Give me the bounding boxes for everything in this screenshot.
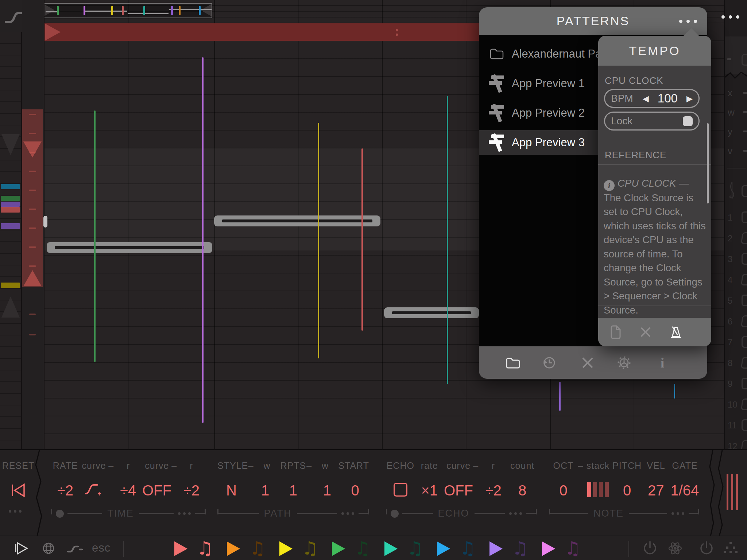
param-value[interactable]: ÷4 — [114, 482, 142, 499]
key-color-bar[interactable] — [1, 223, 20, 229]
param-value[interactable] — [584, 482, 612, 499]
param-section-path: STYLE–wRPTS–wSTARTN1110PATH — [217, 450, 369, 536]
track-play-button[interactable] — [279, 541, 293, 556]
rail-letter: x — [728, 88, 732, 99]
rail-box-icon[interactable] — [742, 295, 747, 306]
skip-back-icon[interactable] — [9, 482, 27, 500]
rail-box-icon[interactable] — [742, 378, 747, 389]
dots-cluster-icon[interactable] — [723, 541, 738, 556]
track-play-button[interactable] — [437, 541, 450, 556]
track-play-button[interactable] — [174, 541, 187, 556]
power-icon[interactable] — [642, 540, 658, 557]
close-icon[interactable] — [579, 354, 596, 371]
rail-box-icon[interactable] — [742, 419, 747, 431]
screen-menu-button[interactable] — [721, 15, 739, 19]
rail-box-icon[interactable] — [742, 211, 747, 223]
rail-zigzag — [725, 72, 747, 79]
track-play-button[interactable] — [227, 541, 240, 556]
atom-icon[interactable] — [667, 540, 684, 557]
group-more-button[interactable] — [505, 512, 526, 515]
bpm-value[interactable]: 100 — [649, 92, 686, 105]
reset-more-button[interactable] — [9, 510, 22, 513]
track-note-icon[interactable]: ♫ — [512, 537, 529, 560]
track-note-icon[interactable]: ♫ — [407, 537, 423, 560]
param-value[interactable]: 0 — [341, 482, 369, 499]
bpm-increment-button[interactable]: ▶ — [686, 94, 693, 103]
param-value[interactable] — [80, 481, 108, 499]
param-value[interactable]: 27 — [642, 482, 670, 499]
document-icon[interactable] — [608, 324, 624, 340]
group-more-button[interactable] — [174, 512, 195, 515]
timeline-playhead-bar[interactable] — [44, 23, 479, 41]
track-note-icon[interactable]: ♫ — [249, 537, 266, 560]
rail-box-icon[interactable] — [742, 253, 747, 265]
popover-scrollbar[interactable] — [707, 123, 709, 203]
param-value[interactable]: 0 — [549, 482, 578, 499]
param-value[interactable]: ×1 — [415, 482, 444, 499]
track-note-icon[interactable]: ♫ — [565, 537, 581, 560]
gear-icon[interactable] — [616, 354, 632, 371]
track-play-button[interactable] — [542, 541, 555, 556]
patterns-menu-button[interactable] — [679, 20, 697, 23]
close-icon[interactable] — [638, 324, 654, 340]
rail-box-icon[interactable] — [741, 232, 747, 244]
rail-box-icon[interactable] — [741, 357, 747, 369]
rail-box-icon[interactable] — [741, 315, 747, 327]
param-value[interactable]: ÷2 — [177, 482, 206, 499]
history-icon[interactable] — [541, 354, 558, 371]
group-more-button[interactable] — [667, 512, 689, 515]
grid-edge-handle[interactable] — [43, 216, 47, 228]
power-icon[interactable] — [698, 540, 715, 557]
bpm-stepper[interactable]: BPM ◀ 100 ▶ — [604, 89, 700, 108]
tempo-lock-toggle[interactable]: Lock — [604, 112, 700, 131]
rail-box-icon[interactable] — [741, 274, 747, 285]
key-color-bar[interactable] — [1, 283, 20, 288]
bpm-decrement-button[interactable]: ◀ — [643, 94, 649, 103]
info-icon[interactable]: i — [654, 354, 671, 371]
key-color-bar[interactable] — [1, 202, 20, 207]
lock-checkbox[interactable] — [683, 116, 693, 126]
param-value[interactable]: OFF — [444, 482, 473, 499]
track-note-icon[interactable]: ♫ — [302, 537, 318, 560]
ramp-icon[interactable] — [66, 542, 84, 555]
key-color-bar[interactable] — [1, 196, 20, 201]
track-note-icon[interactable]: ♫ — [355, 537, 371, 560]
drag-handle[interactable] — [727, 474, 738, 510]
param-value[interactable]: ÷2 — [51, 482, 80, 499]
group-knob[interactable] — [391, 510, 399, 518]
param-value[interactable]: 1 — [251, 482, 279, 499]
key-color-bar[interactable] — [1, 207, 20, 213]
globe-icon[interactable] — [40, 540, 57, 557]
track-note-icon[interactable]: ♫ — [460, 537, 476, 560]
echo-checkbox[interactable] — [394, 483, 407, 497]
vertical-playhead-band[interactable] — [22, 109, 43, 287]
param-value[interactable]: 8 — [508, 482, 537, 499]
param-value[interactable]: 1 — [313, 482, 341, 499]
param-value[interactable]: N — [217, 482, 245, 499]
track-play-button[interactable] — [332, 541, 345, 556]
note-key-rail[interactable] — [0, 32, 22, 449]
param-value[interactable]: 1 — [279, 482, 307, 499]
play-all-button[interactable] — [13, 540, 30, 557]
group-more-button[interactable] — [337, 512, 359, 515]
rail-box-icon[interactable] — [742, 336, 747, 348]
param-value[interactable]: OFF — [142, 482, 171, 499]
metronome-icon[interactable] — [668, 324, 684, 340]
group-knob[interactable] — [56, 510, 64, 518]
track-play-button[interactable] — [489, 541, 503, 556]
param-value[interactable] — [386, 483, 415, 498]
param-value[interactable]: 0 — [612, 482, 641, 499]
folder-icon[interactable] — [504, 354, 521, 371]
esc-button[interactable]: esc — [92, 541, 111, 555]
param-label: RATE — [51, 460, 80, 471]
pattern-minimap[interactable] — [43, 3, 212, 18]
track-play-button[interactable] — [384, 541, 398, 556]
param-value[interactable]: ÷2 — [479, 482, 508, 499]
track-note-icon[interactable]: ♫ — [197, 537, 213, 560]
param-label: curve — [143, 460, 171, 471]
right-rail[interactable]: xwyv123456789101112 — [724, 0, 747, 449]
rail-box-icon[interactable] — [741, 398, 747, 410]
key-color-bar[interactable] — [1, 184, 20, 189]
playhead-triangle-icon — [45, 24, 61, 40]
param-value[interactable]: 1/64 — [670, 482, 699, 499]
